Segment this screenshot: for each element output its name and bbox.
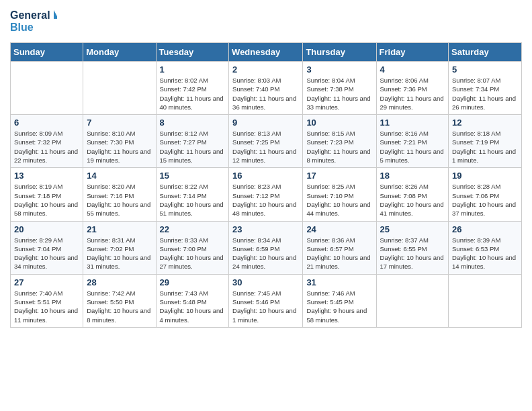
- day-info: Sunrise: 8:22 AM Sunset: 7:14 PM Dayligh…: [160, 182, 226, 218]
- calendar-cell: 13Sunrise: 8:19 AM Sunset: 7:18 PM Dayli…: [11, 168, 83, 221]
- day-info: Sunrise: 8:16 AM Sunset: 7:21 PM Dayligh…: [380, 129, 445, 165]
- day-number: 29: [160, 277, 226, 287]
- calendar-cell: 28Sunrise: 7:42 AM Sunset: 5:50 PM Dayli…: [83, 274, 156, 327]
- calendar-cell: 21Sunrise: 8:31 AM Sunset: 7:02 PM Dayli…: [83, 221, 156, 274]
- day-info: Sunrise: 8:18 AM Sunset: 7:19 PM Dayligh…: [452, 129, 518, 165]
- logo-svg: General Blue: [10, 7, 57, 37]
- day-number: 15: [160, 171, 226, 181]
- day-info: Sunrise: 8:34 AM Sunset: 6:59 PM Dayligh…: [232, 236, 299, 271]
- day-info: Sunrise: 8:20 AM Sunset: 7:16 PM Dayligh…: [87, 182, 152, 218]
- calendar-cell: 4Sunrise: 8:06 AM Sunset: 7:36 PM Daylig…: [376, 62, 449, 115]
- svg-marker-2: [54, 10, 57, 19]
- day-info: Sunrise: 8:19 AM Sunset: 7:18 PM Dayligh…: [14, 182, 79, 218]
- day-info: Sunrise: 8:25 AM Sunset: 7:10 PM Dayligh…: [306, 182, 372, 218]
- calendar-table: SundayMondayTuesdayWednesdayThursdayFrid…: [10, 42, 522, 328]
- day-number: 28: [87, 277, 152, 287]
- day-number: 9: [232, 118, 299, 128]
- day-number: 16: [232, 171, 299, 181]
- calendar-cell: 9Sunrise: 8:13 AM Sunset: 7:25 PM Daylig…: [229, 115, 303, 168]
- day-number: 12: [452, 118, 518, 128]
- day-info: Sunrise: 8:29 AM Sunset: 7:04 PM Dayligh…: [14, 236, 79, 271]
- calendar-week-5: 27Sunrise: 7:40 AM Sunset: 5:51 PM Dayli…: [11, 274, 522, 327]
- col-header-friday: Friday: [376, 43, 449, 62]
- calendar-cell: 15Sunrise: 8:22 AM Sunset: 7:14 PM Dayli…: [156, 168, 229, 221]
- day-number: 19: [452, 171, 518, 181]
- day-number: 21: [87, 224, 152, 234]
- day-info: Sunrise: 8:37 AM Sunset: 6:55 PM Dayligh…: [380, 236, 445, 271]
- day-number: 1: [160, 64, 226, 75]
- day-info: Sunrise: 7:46 AM Sunset: 5:45 PM Dayligh…: [306, 289, 372, 324]
- day-info: Sunrise: 8:39 AM Sunset: 6:53 PM Dayligh…: [452, 236, 518, 271]
- calendar-cell: 2Sunrise: 8:03 AM Sunset: 7:40 PM Daylig…: [229, 62, 303, 115]
- day-number: 2: [232, 64, 299, 75]
- calendar-cell: 11Sunrise: 8:16 AM Sunset: 7:21 PM Dayli…: [376, 115, 449, 168]
- calendar-header-row: SundayMondayTuesdayWednesdayThursdayFrid…: [11, 43, 522, 62]
- day-number: 17: [306, 171, 372, 181]
- calendar-cell: 30Sunrise: 7:45 AM Sunset: 5:46 PM Dayli…: [229, 274, 303, 327]
- day-number: 30: [232, 277, 299, 287]
- calendar-cell: [376, 274, 449, 327]
- day-number: 13: [14, 171, 79, 181]
- day-info: Sunrise: 8:02 AM Sunset: 7:42 PM Dayligh…: [160, 76, 226, 111]
- col-header-tuesday: Tuesday: [156, 43, 229, 62]
- day-number: 7: [87, 118, 152, 128]
- calendar-cell: 1Sunrise: 8:02 AM Sunset: 7:42 PM Daylig…: [156, 62, 229, 115]
- day-number: 14: [87, 171, 152, 181]
- day-number: 24: [306, 224, 372, 234]
- day-number: 22: [160, 224, 226, 234]
- day-info: Sunrise: 8:36 AM Sunset: 6:57 PM Dayligh…: [306, 236, 372, 271]
- calendar-week-1: 1Sunrise: 8:02 AM Sunset: 7:42 PM Daylig…: [11, 62, 522, 115]
- calendar-cell: 29Sunrise: 7:43 AM Sunset: 5:48 PM Dayli…: [156, 274, 229, 327]
- calendar-cell: 27Sunrise: 7:40 AM Sunset: 5:51 PM Dayli…: [11, 274, 83, 327]
- col-header-sunday: Sunday: [11, 43, 83, 62]
- day-number: 26: [452, 224, 518, 234]
- day-info: Sunrise: 8:09 AM Sunset: 7:32 PM Dayligh…: [14, 129, 79, 165]
- day-info: Sunrise: 7:40 AM Sunset: 5:51 PM Dayligh…: [14, 289, 79, 324]
- day-number: 8: [160, 118, 226, 128]
- day-info: Sunrise: 8:06 AM Sunset: 7:36 PM Dayligh…: [380, 76, 445, 111]
- day-number: 27: [14, 277, 79, 287]
- calendar-cell: 16Sunrise: 8:23 AM Sunset: 7:12 PM Dayli…: [229, 168, 303, 221]
- calendar-cell: 18Sunrise: 8:26 AM Sunset: 7:08 PM Dayli…: [376, 168, 449, 221]
- day-number: 4: [380, 64, 445, 75]
- svg-text:Blue: Blue: [10, 21, 34, 33]
- day-info: Sunrise: 8:10 AM Sunset: 7:30 PM Dayligh…: [87, 129, 152, 165]
- col-header-thursday: Thursday: [303, 43, 376, 62]
- day-info: Sunrise: 8:12 AM Sunset: 7:27 PM Dayligh…: [160, 129, 226, 165]
- calendar-cell: 25Sunrise: 8:37 AM Sunset: 6:55 PM Dayli…: [376, 221, 449, 274]
- day-info: Sunrise: 8:04 AM Sunset: 7:38 PM Dayligh…: [306, 76, 372, 111]
- calendar-cell: 12Sunrise: 8:18 AM Sunset: 7:19 PM Dayli…: [449, 115, 522, 168]
- day-info: Sunrise: 8:26 AM Sunset: 7:08 PM Dayligh…: [380, 182, 445, 218]
- day-info: Sunrise: 8:23 AM Sunset: 7:12 PM Dayligh…: [232, 182, 299, 218]
- calendar-cell: 22Sunrise: 8:33 AM Sunset: 7:00 PM Dayli…: [156, 221, 229, 274]
- day-number: 18: [380, 171, 445, 181]
- calendar-cell: [449, 274, 522, 327]
- day-number: 10: [306, 118, 372, 128]
- logo: General Blue: [10, 7, 57, 37]
- day-info: Sunrise: 7:43 AM Sunset: 5:48 PM Dayligh…: [160, 289, 226, 324]
- calendar-week-2: 6Sunrise: 8:09 AM Sunset: 7:32 PM Daylig…: [11, 115, 522, 168]
- calendar-week-3: 13Sunrise: 8:19 AM Sunset: 7:18 PM Dayli…: [11, 168, 522, 221]
- day-number: 20: [14, 224, 79, 234]
- calendar-cell: 23Sunrise: 8:34 AM Sunset: 6:59 PM Dayli…: [229, 221, 303, 274]
- calendar-cell: [83, 62, 156, 115]
- svg-text:General: General: [10, 9, 50, 21]
- day-info: Sunrise: 8:03 AM Sunset: 7:40 PM Dayligh…: [232, 76, 299, 111]
- calendar-cell: 5Sunrise: 8:07 AM Sunset: 7:34 PM Daylig…: [449, 62, 522, 115]
- day-number: 3: [306, 64, 372, 75]
- day-info: Sunrise: 7:42 AM Sunset: 5:50 PM Dayligh…: [87, 289, 152, 324]
- calendar-cell: 6Sunrise: 8:09 AM Sunset: 7:32 PM Daylig…: [11, 115, 83, 168]
- day-number: 6: [14, 118, 79, 128]
- day-number: 23: [232, 224, 299, 234]
- calendar-cell: 8Sunrise: 8:12 AM Sunset: 7:27 PM Daylig…: [156, 115, 229, 168]
- day-info: Sunrise: 8:07 AM Sunset: 7:34 PM Dayligh…: [452, 76, 518, 111]
- col-header-saturday: Saturday: [449, 43, 522, 62]
- calendar-cell: 31Sunrise: 7:46 AM Sunset: 5:45 PM Dayli…: [303, 274, 376, 327]
- calendar-cell: 10Sunrise: 8:15 AM Sunset: 7:23 PM Dayli…: [303, 115, 376, 168]
- calendar-cell: 19Sunrise: 8:28 AM Sunset: 7:06 PM Dayli…: [449, 168, 522, 221]
- calendar-cell: 26Sunrise: 8:39 AM Sunset: 6:53 PM Dayli…: [449, 221, 522, 274]
- day-number: 25: [380, 224, 445, 234]
- calendar-cell: 14Sunrise: 8:20 AM Sunset: 7:16 PM Dayli…: [83, 168, 156, 221]
- day-info: Sunrise: 8:13 AM Sunset: 7:25 PM Dayligh…: [232, 129, 299, 165]
- day-number: 31: [306, 277, 372, 287]
